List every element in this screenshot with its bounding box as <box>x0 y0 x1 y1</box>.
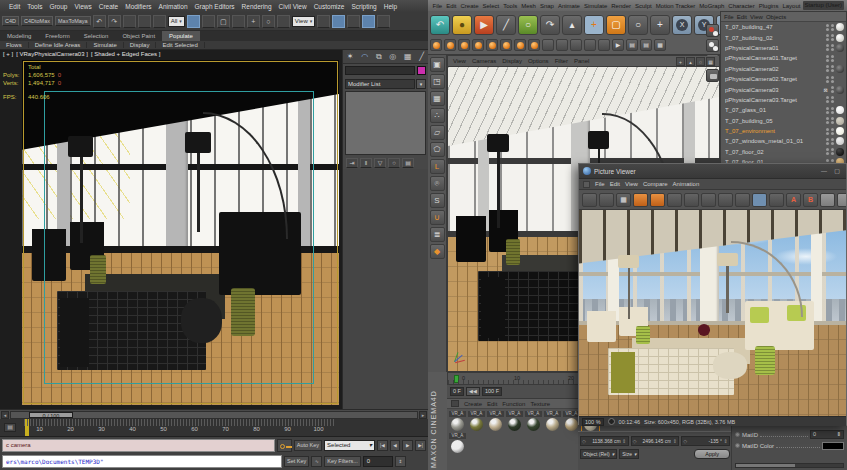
stop-render-icon[interactable] <box>667 193 682 207</box>
apply-button[interactable]: Apply <box>694 449 730 459</box>
time-slider-right-icon[interactable]: ▸ <box>419 411 427 419</box>
c4d-menu-snap[interactable]: Snap <box>538 3 555 9</box>
use-pivot-icon[interactable] <box>317 15 330 28</box>
c4d-menu-file[interactable]: File <box>431 3 444 9</box>
camera-icon-1[interactable]: ▤ <box>626 39 638 51</box>
c4d-menu-layout[interactable]: Layout <box>781 3 802 9</box>
menu-create[interactable]: Create <box>96 3 122 10</box>
magnet-snap-icon[interactable]: ∪ <box>430 210 445 225</box>
selection-set-dropdown[interactable]: Selected▾ <box>324 440 375 451</box>
c4d-menu-render[interactable]: Render <box>610 3 633 9</box>
last-tool-icon[interactable]: + <box>650 15 670 35</box>
camera-strip-icon[interactable] <box>706 69 719 82</box>
wrench-icon[interactable]: ╱ <box>496 15 516 35</box>
vp-menu-options[interactable]: Options <box>526 58 551 64</box>
weight-paint-icon[interactable]: ◆ <box>430 244 445 259</box>
create-tab-icon[interactable]: ✶ <box>347 52 354 61</box>
compare-split-icon[interactable] <box>769 193 784 207</box>
modifier-stack[interactable] <box>345 91 426 155</box>
material-item[interactable]: VR_A <box>449 433 466 453</box>
material-ball-icon-4[interactable] <box>472 39 484 51</box>
scale-icon[interactable] <box>277 15 290 28</box>
vray-tool-icon-5[interactable] <box>598 39 610 51</box>
c4d-menu-animate[interactable]: Animate <box>556 3 581 9</box>
texture-mode-icon[interactable]: ▦ <box>430 91 445 106</box>
picture-viewer-titlebar[interactable]: Picture Viewer — ▢ <box>579 164 846 179</box>
time-slider-left-icon[interactable]: ◂ <box>1 411 9 419</box>
layer-table-icon-2[interactable] <box>837 193 846 207</box>
snap-toggle-icon[interactable] <box>332 15 345 28</box>
go-to-end-icon[interactable]: ▶| <box>415 440 426 451</box>
time-slider-track[interactable]: 0 / 100 <box>10 411 418 419</box>
make-unique-icon[interactable]: ▽ <box>374 158 386 168</box>
c4d-menu-tools[interactable]: Tools <box>502 3 519 9</box>
object-row[interactable]: pPhysicalCamera01.Target <box>721 53 846 63</box>
sphere-pair-icon[interactable] <box>706 39 719 52</box>
save-image-icon[interactable] <box>599 193 614 207</box>
pan-view-icon[interactable]: + <box>676 57 685 66</box>
unlink-icon[interactable] <box>138 15 151 28</box>
menu-animation[interactable]: Animation <box>156 3 191 10</box>
material-ball-icon-6[interactable] <box>500 39 512 51</box>
camera-icon[interactable] <box>836 44 844 52</box>
viewport-label-shading[interactable]: [ Shaded + Edged Faces ] <box>91 51 161 57</box>
camera-icon[interactable] <box>836 86 844 94</box>
object-row[interactable]: T_07_glass_01 <box>721 105 846 115</box>
redo-icon[interactable]: ↷ <box>108 15 121 28</box>
vray-tool-icon-4[interactable] <box>584 39 596 51</box>
material-item[interactable]: VR_A <box>506 411 523 431</box>
c4dtomax-button[interactable]: C4DtoMax <box>21 16 53 26</box>
start-frame-field[interactable]: 0 F <box>450 387 464 396</box>
redo-disabled-icon[interactable]: ↷ <box>540 15 560 35</box>
folder-icon-2[interactable] <box>718 193 733 207</box>
ribbon-display[interactable]: Display <box>124 42 157 48</box>
film-icon[interactable]: ▦ <box>654 39 666 51</box>
ribbon-edit-selected[interactable]: Edit Selected <box>156 42 204 48</box>
move-icon[interactable]: + <box>247 15 260 28</box>
viewport-label-camera[interactable]: [ VRayPhysicalCamera03 ] <box>16 51 88 57</box>
show-end-result-icon[interactable]: ‖ <box>360 158 372 168</box>
menu-rendering[interactable]: Rendering <box>239 3 275 10</box>
render-production-icon[interactable] <box>377 15 390 28</box>
om-menu-objects[interactable]: Objects <box>766 14 786 20</box>
c4d-menu-create[interactable]: Create <box>459 3 480 9</box>
vp-menu-display[interactable]: Display <box>500 58 524 64</box>
object-row[interactable]: T_07_building_05 <box>721 116 846 126</box>
polygon-mode-icon[interactable]: ⬠ <box>430 142 445 157</box>
camera-icon[interactable] <box>836 65 844 73</box>
ribbon-tab-object-paint[interactable]: Object Paint <box>115 33 162 39</box>
om-menu-view[interactable]: View <box>750 14 763 20</box>
scale-tool-icon[interactable]: ▢ <box>606 15 626 35</box>
layout-selector[interactable]: Startup (User) <box>803 1 844 10</box>
menu-customize[interactable]: Customize <box>311 3 348 10</box>
material-item[interactable]: VR_A <box>487 411 504 431</box>
vp-menu-cameras[interactable]: Cameras <box>470 58 498 64</box>
maxscript-listener-pink[interactable]: c camera <box>2 439 275 452</box>
material-item[interactable]: VR_A <box>468 411 485 431</box>
vp-menu-filter[interactable]: Filter <box>553 58 570 64</box>
menu-views[interactable]: Views <box>71 3 94 10</box>
coord-x-field[interactable]: ◇1138.368 cm⇕ <box>580 436 629 446</box>
object-row[interactable]: T_07_floor_02 <box>721 147 846 157</box>
frame-stepper-icon[interactable]: ◀◀ <box>466 387 480 396</box>
open-mini-curve-editor-icon[interactable]: ▤ <box>4 423 16 432</box>
material-item[interactable]: VR_A <box>525 411 542 431</box>
maxtomaya-button[interactable]: MaxToMaya <box>55 16 91 26</box>
move-tool-icon[interactable]: + <box>584 15 604 35</box>
compare-ab-icon[interactable] <box>752 193 767 207</box>
object-color-swatch[interactable] <box>417 66 426 75</box>
material-item[interactable]: VR_A <box>544 411 561 431</box>
material-item[interactable]: VR_A <box>449 411 466 431</box>
live-selection-icon[interactable]: ▴ <box>562 15 582 35</box>
set-key-button[interactable]: Set Key <box>284 456 309 467</box>
rotate-view-icon[interactable]: ○ <box>696 57 705 66</box>
frame-stepper-icon[interactable]: ⇕ <box>395 456 406 467</box>
axis-mode-icon[interactable]: L <box>430 159 445 174</box>
menu-group[interactable]: Group <box>46 3 70 10</box>
time-slider-handle[interactable]: 0 / 100 <box>29 412 73 418</box>
configure-modifier-sets-icon[interactable]: ▤ <box>402 158 414 168</box>
render-view-icon[interactable]: ▶ <box>474 15 494 35</box>
vp-menu-panel[interactable]: Panel <box>572 58 591 64</box>
end-frame-field[interactable]: 100 F <box>482 387 502 396</box>
c4d-menu-sculpt[interactable]: Sculpt <box>633 3 653 9</box>
